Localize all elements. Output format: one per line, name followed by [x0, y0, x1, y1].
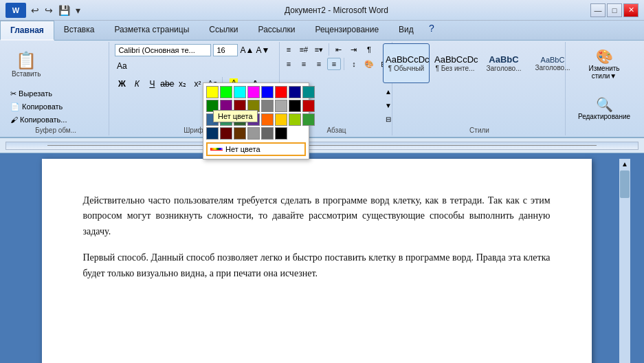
- color-cell[interactable]: [289, 86, 301, 98]
- doc-paragraph-2: Первый способ. Данный способ позволяет л…: [83, 250, 551, 281]
- clipboard-label: Буфер обм...: [35, 125, 76, 134]
- no-color-button[interactable]: Нет цвета: [206, 142, 306, 156]
- color-cell[interactable]: [206, 127, 219, 140]
- font-name-input[interactable]: Calibri (Основная те...: [115, 44, 211, 56]
- align-left-button[interactable]: ≡: [282, 58, 296, 70]
- style-heading1[interactable]: AaBbC Заголово...: [480, 43, 527, 83]
- font-size-input[interactable]: 16: [213, 44, 238, 56]
- line-spacing-button[interactable]: ↕: [347, 58, 361, 70]
- no-color-bar-icon: [210, 148, 223, 151]
- tab-mailings[interactable]: Рассылки: [249, 21, 306, 40]
- ribbon-content: 📋 Вставить ✂ Вырезать 📄 Копировать 🖌 Коп…: [0, 41, 644, 137]
- color-cell[interactable]: [302, 86, 315, 98]
- edit-group: 🎨 Изменить стили▼ 🔍 Редактирование: [567, 42, 641, 135]
- color-cell[interactable]: [261, 127, 274, 140]
- change-styles-button[interactable]: 🎨 Изменить стили▼: [571, 43, 637, 85]
- save-button[interactable]: 💾: [56, 5, 72, 16]
- redo-button[interactable]: ↪: [43, 5, 55, 16]
- justify-button[interactable]: ≡: [327, 58, 341, 70]
- color-cell[interactable]: [206, 86, 219, 98]
- edit-group-content: 🎨 Изменить стили▼ 🔍 Редактирование: [571, 43, 637, 134]
- bold-button[interactable]: Ж: [115, 77, 129, 91]
- tab-home[interactable]: Главная: [0, 21, 54, 41]
- scroll-thumb[interactable]: [620, 170, 630, 198]
- editing-button[interactable]: 🔍 Редактирование: [572, 87, 636, 129]
- scroll-up-button[interactable]: ▲: [620, 159, 630, 169]
- align-center-button[interactable]: ≡: [297, 58, 311, 70]
- paste-icon: 📋: [16, 51, 36, 70]
- underline-button[interactable]: Ч: [145, 77, 159, 91]
- close-button[interactable]: ✕: [623, 3, 639, 17]
- color-cell[interactable]: [275, 113, 287, 126]
- paragraph-row-1: ≡ ≡# ≡▾ ⇤ ⇥ ¶: [282, 43, 376, 56]
- doc-container: Действительно часто пользователям требуе…: [0, 153, 644, 363]
- styles-scroll-down[interactable]: ▼: [383, 99, 394, 111]
- color-cell[interactable]: [289, 113, 301, 126]
- color-cell[interactable]: [302, 113, 315, 126]
- color-cell[interactable]: [275, 127, 287, 140]
- style-normal[interactable]: AaBbCcDc ¶ Обычный: [383, 43, 430, 83]
- italic-button[interactable]: К: [130, 77, 144, 91]
- style-heading2-label: Заголово...: [535, 64, 570, 72]
- copy-button[interactable]: 📄 Копировать: [7, 101, 70, 113]
- color-cell[interactable]: [261, 86, 274, 98]
- subscript-button[interactable]: x₂: [175, 77, 189, 91]
- color-cell[interactable]: [261, 113, 274, 126]
- increase-font-button[interactable]: A▲: [240, 43, 254, 57]
- font-selector: Calibri (Основная те... 16 A▲ A▼ Aa: [115, 43, 275, 73]
- format-painter-button[interactable]: 🖌 Копировать...: [7, 114, 70, 125]
- align-right-button[interactable]: ≡: [312, 58, 326, 70]
- clipboard-small-buttons: ✂ Вырезать 📄 Копировать 🖌 Копировать...: [7, 88, 70, 125]
- color-cell[interactable]: [220, 127, 232, 140]
- color-cell[interactable]: [220, 86, 232, 98]
- styles-more[interactable]: ⊟: [383, 113, 394, 125]
- color-cell[interactable]: [247, 86, 260, 98]
- show-formatting-button[interactable]: ¶: [362, 43, 376, 56]
- maximize-button[interactable]: □: [607, 3, 622, 17]
- paste-button[interactable]: 📋 Вставить: [7, 44, 45, 85]
- change-styles-label: Изменить стили▼: [577, 65, 631, 80]
- shading-button[interactable]: 🎨: [362, 58, 376, 70]
- color-cell[interactable]: [302, 100, 315, 112]
- color-cell[interactable]: [275, 86, 287, 98]
- editing-icon: 🔍: [596, 96, 613, 113]
- tab-references[interactable]: Ссылки: [199, 21, 248, 40]
- color-cell[interactable]: [234, 86, 246, 98]
- tab-insert[interactable]: Вставка: [54, 21, 105, 40]
- cut-button[interactable]: ✂ Вырезать: [7, 88, 70, 100]
- ruler-line: [47, 145, 597, 146]
- no-color-label: Нет цвета: [225, 145, 260, 153]
- help-button[interactable]: ?: [424, 21, 439, 36]
- editing-label: Редактирование: [578, 113, 630, 120]
- increase-indent-button[interactable]: ⇥: [347, 43, 361, 56]
- numbering-button[interactable]: ≡#: [297, 43, 311, 56]
- window-title: Документ2 - Microsoft Word: [82, 6, 590, 15]
- color-cell[interactable]: [261, 100, 274, 112]
- decrease-font-button[interactable]: A▼: [256, 43, 269, 57]
- strikethrough-button[interactable]: abe: [160, 77, 174, 91]
- vertical-scrollbar[interactable]: ▲ ▼: [619, 159, 630, 363]
- style-heading1-preview: AaBbC: [483, 54, 524, 65]
- styles-scroll-up[interactable]: ▲: [383, 85, 394, 98]
- color-cell[interactable]: [247, 127, 260, 140]
- decrease-indent-button[interactable]: ⇤: [332, 43, 346, 56]
- title-bar-left: W ↩ ↪ 💾 ▾: [5, 3, 82, 18]
- ribbon: Главная Вставка Разметка страницы Ссылки…: [0, 21, 644, 138]
- style-no-spacing[interactable]: AaBbCcDc ¶ Без инте...: [432, 43, 478, 83]
- styles-label: Стили: [469, 125, 489, 134]
- change-case-button[interactable]: Aa: [115, 59, 129, 73]
- tab-view[interactable]: Вид: [389, 21, 424, 40]
- multilevel-list-button[interactable]: ≡▾: [312, 43, 326, 56]
- doc-page: Действительно часто пользователям требуе…: [42, 159, 592, 363]
- clipboard-group: 📋 Вставить ✂ Вырезать 📄 Копировать 🖌 Коп…: [3, 42, 109, 135]
- color-cell[interactable]: [234, 127, 246, 140]
- doc-wrapper: Действительно часто пользователям требуе…: [0, 153, 644, 363]
- minimize-button[interactable]: —: [590, 3, 606, 17]
- color-cell[interactable]: [289, 100, 301, 112]
- bullets-button[interactable]: ≡: [282, 43, 296, 56]
- undo-button[interactable]: ↩: [29, 5, 41, 16]
- color-cell[interactable]: [275, 100, 287, 112]
- tab-page-layout[interactable]: Разметка страницы: [104, 21, 199, 40]
- customize-button[interactable]: ▾: [74, 5, 82, 16]
- tab-review[interactable]: Рецензирование: [305, 21, 389, 40]
